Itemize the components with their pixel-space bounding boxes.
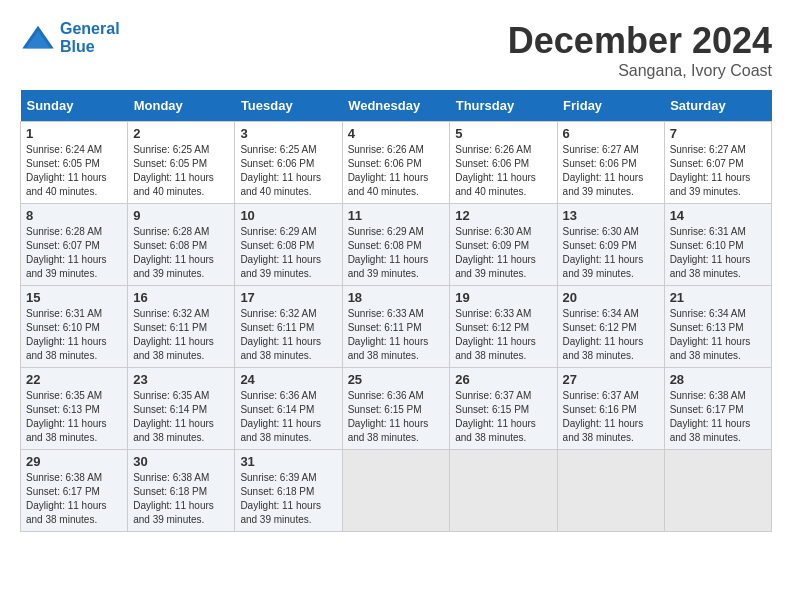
calendar-cell: 29Sunrise: 6:38 AMSunset: 6:17 PMDayligh… [21,450,128,532]
calendar-week-2: 8Sunrise: 6:28 AMSunset: 6:07 PMDaylight… [21,204,772,286]
calendar-cell: 28Sunrise: 6:38 AMSunset: 6:17 PMDayligh… [664,368,771,450]
day-number: 28 [670,372,766,387]
day-number: 1 [26,126,122,141]
calendar-cell [557,450,664,532]
day-info: Sunrise: 6:25 AMSunset: 6:05 PMDaylight:… [133,143,229,199]
calendar-cell: 4Sunrise: 6:26 AMSunset: 6:06 PMDaylight… [342,122,450,204]
day-info: Sunrise: 6:33 AMSunset: 6:12 PMDaylight:… [455,307,551,363]
day-number: 2 [133,126,229,141]
day-info: Sunrise: 6:38 AMSunset: 6:17 PMDaylight:… [26,471,122,527]
day-number: 5 [455,126,551,141]
logo: General Blue [20,20,120,56]
header-monday: Monday [128,90,235,122]
day-info: Sunrise: 6:24 AMSunset: 6:05 PMDaylight:… [26,143,122,199]
calendar-week-5: 29Sunrise: 6:38 AMSunset: 6:17 PMDayligh… [21,450,772,532]
day-number: 4 [348,126,445,141]
day-info: Sunrise: 6:28 AMSunset: 6:07 PMDaylight:… [26,225,122,281]
day-number: 27 [563,372,659,387]
day-number: 15 [26,290,122,305]
day-number: 6 [563,126,659,141]
day-number: 26 [455,372,551,387]
calendar-week-4: 22Sunrise: 6:35 AMSunset: 6:13 PMDayligh… [21,368,772,450]
calendar-cell: 27Sunrise: 6:37 AMSunset: 6:16 PMDayligh… [557,368,664,450]
day-number: 18 [348,290,445,305]
weekday-header-row: Sunday Monday Tuesday Wednesday Thursday… [21,90,772,122]
day-info: Sunrise: 6:36 AMSunset: 6:15 PMDaylight:… [348,389,445,445]
calendar-cell: 16Sunrise: 6:32 AMSunset: 6:11 PMDayligh… [128,286,235,368]
calendar-cell: 18Sunrise: 6:33 AMSunset: 6:11 PMDayligh… [342,286,450,368]
day-number: 24 [240,372,336,387]
day-info: Sunrise: 6:25 AMSunset: 6:06 PMDaylight:… [240,143,336,199]
day-number: 12 [455,208,551,223]
calendar-cell: 10Sunrise: 6:29 AMSunset: 6:08 PMDayligh… [235,204,342,286]
calendar-cell: 23Sunrise: 6:35 AMSunset: 6:14 PMDayligh… [128,368,235,450]
calendar-cell: 21Sunrise: 6:34 AMSunset: 6:13 PMDayligh… [664,286,771,368]
calendar-cell: 22Sunrise: 6:35 AMSunset: 6:13 PMDayligh… [21,368,128,450]
logo-icon [20,24,56,52]
day-info: Sunrise: 6:29 AMSunset: 6:08 PMDaylight:… [240,225,336,281]
day-info: Sunrise: 6:26 AMSunset: 6:06 PMDaylight:… [348,143,445,199]
calendar-week-3: 15Sunrise: 6:31 AMSunset: 6:10 PMDayligh… [21,286,772,368]
day-info: Sunrise: 6:34 AMSunset: 6:13 PMDaylight:… [670,307,766,363]
day-number: 21 [670,290,766,305]
logo-text: General Blue [60,20,120,56]
day-info: Sunrise: 6:27 AMSunset: 6:06 PMDaylight:… [563,143,659,199]
day-number: 9 [133,208,229,223]
calendar-week-1: 1Sunrise: 6:24 AMSunset: 6:05 PMDaylight… [21,122,772,204]
calendar-cell: 17Sunrise: 6:32 AMSunset: 6:11 PMDayligh… [235,286,342,368]
day-number: 14 [670,208,766,223]
page-header: General Blue December 2024 Sangana, Ivor… [20,20,772,80]
day-number: 8 [26,208,122,223]
calendar-cell: 11Sunrise: 6:29 AMSunset: 6:08 PMDayligh… [342,204,450,286]
calendar-cell: 24Sunrise: 6:36 AMSunset: 6:14 PMDayligh… [235,368,342,450]
day-info: Sunrise: 6:34 AMSunset: 6:12 PMDaylight:… [563,307,659,363]
day-info: Sunrise: 6:36 AMSunset: 6:14 PMDaylight:… [240,389,336,445]
day-info: Sunrise: 6:37 AMSunset: 6:16 PMDaylight:… [563,389,659,445]
title-area: December 2024 Sangana, Ivory Coast [508,20,772,80]
calendar-cell: 19Sunrise: 6:33 AMSunset: 6:12 PMDayligh… [450,286,557,368]
day-info: Sunrise: 6:29 AMSunset: 6:08 PMDaylight:… [348,225,445,281]
day-number: 19 [455,290,551,305]
day-number: 29 [26,454,122,469]
day-number: 20 [563,290,659,305]
header-tuesday: Tuesday [235,90,342,122]
day-info: Sunrise: 6:26 AMSunset: 6:06 PMDaylight:… [455,143,551,199]
day-number: 3 [240,126,336,141]
calendar-cell: 15Sunrise: 6:31 AMSunset: 6:10 PMDayligh… [21,286,128,368]
calendar-table: Sunday Monday Tuesday Wednesday Thursday… [20,90,772,532]
day-info: Sunrise: 6:30 AMSunset: 6:09 PMDaylight:… [455,225,551,281]
calendar-cell: 12Sunrise: 6:30 AMSunset: 6:09 PMDayligh… [450,204,557,286]
calendar-cell: 20Sunrise: 6:34 AMSunset: 6:12 PMDayligh… [557,286,664,368]
day-number: 23 [133,372,229,387]
day-number: 16 [133,290,229,305]
day-number: 22 [26,372,122,387]
day-number: 17 [240,290,336,305]
header-friday: Friday [557,90,664,122]
header-wednesday: Wednesday [342,90,450,122]
calendar-cell: 6Sunrise: 6:27 AMSunset: 6:06 PMDaylight… [557,122,664,204]
calendar-cell [664,450,771,532]
header-sunday: Sunday [21,90,128,122]
calendar-cell: 25Sunrise: 6:36 AMSunset: 6:15 PMDayligh… [342,368,450,450]
calendar-cell: 14Sunrise: 6:31 AMSunset: 6:10 PMDayligh… [664,204,771,286]
day-number: 13 [563,208,659,223]
calendar-cell: 31Sunrise: 6:39 AMSunset: 6:18 PMDayligh… [235,450,342,532]
calendar-cell: 7Sunrise: 6:27 AMSunset: 6:07 PMDaylight… [664,122,771,204]
day-info: Sunrise: 6:31 AMSunset: 6:10 PMDaylight:… [26,307,122,363]
day-number: 10 [240,208,336,223]
day-info: Sunrise: 6:32 AMSunset: 6:11 PMDaylight:… [240,307,336,363]
day-info: Sunrise: 6:27 AMSunset: 6:07 PMDaylight:… [670,143,766,199]
day-info: Sunrise: 6:31 AMSunset: 6:10 PMDaylight:… [670,225,766,281]
calendar-cell: 1Sunrise: 6:24 AMSunset: 6:05 PMDaylight… [21,122,128,204]
day-info: Sunrise: 6:28 AMSunset: 6:08 PMDaylight:… [133,225,229,281]
header-saturday: Saturday [664,90,771,122]
day-info: Sunrise: 6:38 AMSunset: 6:18 PMDaylight:… [133,471,229,527]
day-number: 25 [348,372,445,387]
calendar-cell [342,450,450,532]
location: Sangana, Ivory Coast [508,62,772,80]
calendar-cell [450,450,557,532]
calendar-cell: 5Sunrise: 6:26 AMSunset: 6:06 PMDaylight… [450,122,557,204]
day-info: Sunrise: 6:30 AMSunset: 6:09 PMDaylight:… [563,225,659,281]
day-info: Sunrise: 6:38 AMSunset: 6:17 PMDaylight:… [670,389,766,445]
calendar-cell: 13Sunrise: 6:30 AMSunset: 6:09 PMDayligh… [557,204,664,286]
